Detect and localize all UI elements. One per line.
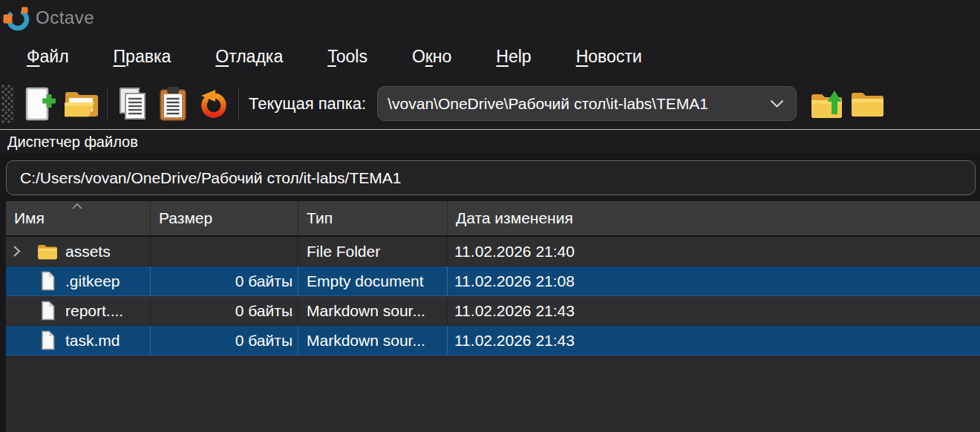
- paste-button[interactable]: [153, 82, 193, 125]
- size-cell: [151, 237, 298, 266]
- path-input[interactable]: C:/Users/vovan/OneDrive/Рабочий стол/it-…: [6, 160, 976, 195]
- file-icon: [37, 330, 58, 350]
- path-value: C:/Users/vovan/OneDrive/Рабочий стол/it-…: [20, 169, 401, 187]
- menu-help[interactable]: Help: [474, 42, 553, 71]
- open-folder-icon: [63, 88, 100, 120]
- table-row-gitkeep[interactable]: .gitkeep 0 байты Empty document 11.02.20…: [6, 266, 980, 296]
- table-row-assets[interactable]: assets File Folder 11.02.2026 21:40: [6, 237, 980, 266]
- copy-button[interactable]: [113, 82, 153, 125]
- menu-tools[interactable]: Tools: [305, 42, 390, 71]
- copy-icon: [117, 86, 149, 122]
- app-title: Octave: [36, 7, 94, 28]
- file-name: task.md: [65, 332, 120, 350]
- column-header-date[interactable]: Дата изменения: [448, 201, 980, 235]
- panel-title: Диспетчер файлов: [7, 134, 138, 151]
- current-folder-dropdown[interactable]: \vovan\OneDrive\Рабочий стол\it-labs\ТЕМ…: [377, 86, 797, 121]
- file-name: assets: [65, 243, 111, 261]
- undo-button[interactable]: [193, 82, 233, 125]
- type-cell: Markdown sour...: [298, 326, 448, 355]
- table-empty-area: [6, 356, 980, 432]
- expand-chevron-icon[interactable]: [13, 245, 22, 258]
- menubar: Файл Правка Отладка Tools Окно Help Ново…: [0, 35, 980, 78]
- name-cell: assets: [6, 237, 151, 266]
- toolbar-separator: [238, 87, 239, 121]
- column-header-type[interactable]: Тип: [298, 201, 448, 235]
- octave-logo-icon: [3, 4, 30, 32]
- folder-icon: [37, 243, 58, 261]
- table-header-row: Имя Размер Тип Дата изменения: [6, 201, 980, 237]
- directory-up-button[interactable]: [807, 82, 847, 125]
- main-toolbar: Текущая папка: \vovan\OneDrive\Рабочий с…: [0, 78, 980, 129]
- toolbar-drag-handle[interactable]: [1, 85, 14, 123]
- sort-ascending-icon: [71, 203, 83, 210]
- name-cell: report....: [6, 296, 151, 325]
- chevron-down-icon: [770, 99, 784, 108]
- date-cell: 11.02.2026 21:43: [448, 296, 980, 325]
- new-document-button[interactable]: [22, 82, 62, 125]
- column-header-size[interactable]: Размер: [151, 201, 298, 235]
- window-titlebar: Octave: [0, 0, 980, 35]
- table-row-report[interactable]: report.... 0 байты Markdown sour... 11.0…: [6, 296, 980, 326]
- folder-icon: [850, 89, 885, 119]
- menu-debug[interactable]: Отладка: [193, 42, 305, 71]
- name-cell: .gitkeep: [6, 266, 151, 295]
- toolbar-separator: [107, 87, 108, 121]
- date-cell: 11.02.2026 21:40: [448, 237, 980, 266]
- table-row-task[interactable]: task.md 0 байты Markdown sour... 11.02.2…: [6, 326, 980, 356]
- type-cell: File Folder: [298, 237, 448, 266]
- menu-news[interactable]: Новости: [554, 42, 664, 71]
- current-folder-label: Текущая папка:: [249, 94, 366, 114]
- file-icon: [37, 271, 58, 291]
- menu-file[interactable]: Файл: [4, 42, 91, 71]
- type-cell: Empty document: [298, 266, 448, 295]
- folder-up-icon: [810, 87, 845, 121]
- file-icon: [37, 301, 58, 321]
- browse-directories-button[interactable]: [847, 82, 887, 125]
- date-cell: 11.02.2026 21:08: [448, 266, 980, 295]
- file-manager-panel: C:/Users/vovan/OneDrive/Рабочий стол/it-…: [0, 154, 980, 432]
- size-cell: 0 байты: [151, 296, 298, 325]
- size-cell: 0 байты: [151, 266, 298, 295]
- open-folder-button[interactable]: [62, 82, 102, 125]
- menu-edit[interactable]: Правка: [91, 42, 194, 71]
- file-table: Имя Размер Тип Дата изменения assets: [6, 201, 980, 432]
- file-name: report....: [65, 302, 123, 320]
- paste-icon: [157, 86, 189, 122]
- menu-window[interactable]: Окно: [390, 42, 474, 71]
- undo-icon: [197, 88, 229, 120]
- new-document-icon: [24, 86, 59, 122]
- type-cell: Markdown sour...: [298, 296, 448, 325]
- file-name: .gitkeep: [65, 272, 120, 290]
- file-manager-panel-titlebar: Диспетчер файлов: [0, 129, 980, 154]
- name-cell: task.md: [6, 326, 151, 355]
- size-cell: 0 байты: [151, 326, 298, 355]
- current-folder-value: \vovan\OneDrive\Рабочий стол\it-labs\ТЕМ…: [388, 95, 762, 113]
- date-cell: 11.02.2026 21:43: [448, 326, 980, 355]
